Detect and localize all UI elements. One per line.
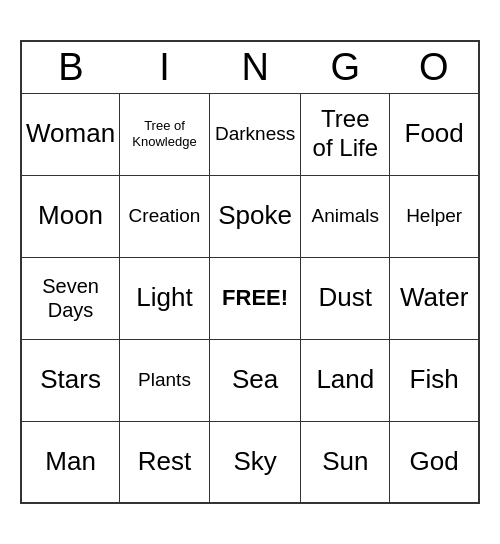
table-cell: Fish <box>390 339 479 421</box>
header-row: B I N G O <box>21 41 479 93</box>
table-cell: Animals <box>301 175 390 257</box>
table-cell: Creation <box>120 175 210 257</box>
table-row: StarsPlantsSeaLandFish <box>21 339 479 421</box>
table-row: WomanTree of KnowledgeDarknessTreeof Lif… <box>21 93 479 175</box>
table-cell: Treeof Life <box>301 93 390 175</box>
table-cell: Sun <box>301 421 390 503</box>
table-row: MoonCreationSpokeAnimalsHelper <box>21 175 479 257</box>
table-cell: Darkness <box>209 93 300 175</box>
header-i: I <box>120 41 210 93</box>
table-cell: SevenDays <box>21 257 120 339</box>
table-cell: Moon <box>21 175 120 257</box>
header-n: N <box>209 41 300 93</box>
table-cell: FREE! <box>209 257 300 339</box>
table-cell: Plants <box>120 339 210 421</box>
table-cell: Rest <box>120 421 210 503</box>
bingo-table: B I N G O WomanTree of KnowledgeDarkness… <box>20 40 480 504</box>
table-cell: Sea <box>209 339 300 421</box>
header-b: B <box>21 41 120 93</box>
table-cell: Tree of Knowledge <box>120 93 210 175</box>
table-cell: Dust <box>301 257 390 339</box>
table-cell: Man <box>21 421 120 503</box>
header-o: O <box>390 41 479 93</box>
table-row: SevenDaysLightFREE!DustWater <box>21 257 479 339</box>
table-cell: Helper <box>390 175 479 257</box>
table-cell: Spoke <box>209 175 300 257</box>
table-cell: Water <box>390 257 479 339</box>
table-cell: Woman <box>21 93 120 175</box>
header-g: G <box>301 41 390 93</box>
table-cell: Stars <box>21 339 120 421</box>
table-cell: Land <box>301 339 390 421</box>
table-cell: Food <box>390 93 479 175</box>
table-cell: Sky <box>209 421 300 503</box>
bingo-card-container: B I N G O WomanTree of KnowledgeDarkness… <box>20 40 480 504</box>
table-cell: Light <box>120 257 210 339</box>
table-row: ManRestSkySunGod <box>21 421 479 503</box>
table-cell: God <box>390 421 479 503</box>
